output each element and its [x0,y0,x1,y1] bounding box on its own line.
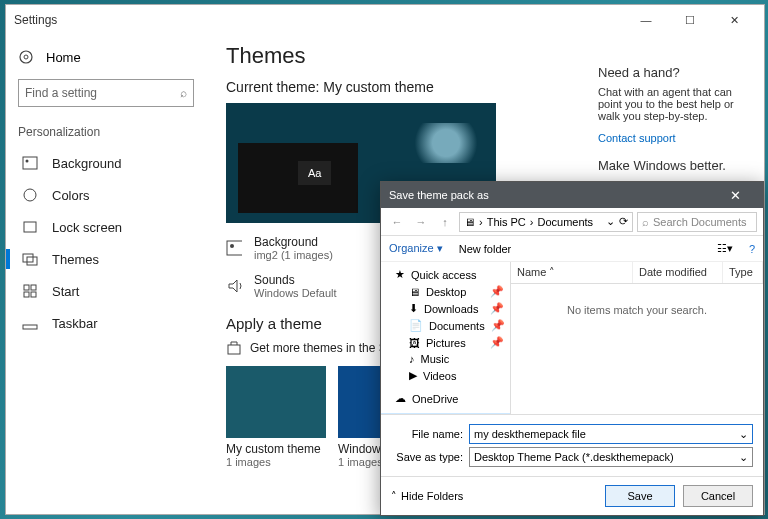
help-text: Chat with an agent that can point you to… [598,86,750,122]
svg-rect-15 [228,345,240,354]
image-icon [226,240,242,256]
crumb-thispc[interactable]: This PC [487,216,526,228]
view-options-button[interactable]: ☷▾ [717,242,733,255]
theme-thumbnail [226,366,326,438]
sidebar-item-background[interactable]: Background [18,147,194,179]
chevron-down-icon[interactable]: ⌄ [606,215,615,228]
sidebar-item-taskbar[interactable]: Taskbar [18,307,194,339]
svg-rect-5 [24,222,36,232]
sidebar-item-lockscreen[interactable]: Lock screen [18,211,194,243]
tree-quick-access[interactable]: ★Quick access [381,266,510,283]
section-label: Personalization [18,125,194,139]
star-icon: ★ [395,268,405,281]
dialog-nav: ← → ↑ 🖥 › This PC › Documents ⌄ ⟳ ⌕ Sear… [381,208,763,236]
dialog-close-button[interactable]: ✕ [715,182,755,208]
chevron-down-icon[interactable]: ⌄ [739,451,748,464]
savetype-label: Save as type: [391,451,463,463]
folder-icon: ▶ [409,369,417,382]
close-button[interactable]: ✕ [712,5,756,35]
contact-support-link[interactable]: Contact support [598,132,750,144]
refresh-icon[interactable]: ⟳ [619,215,628,228]
themes-icon [22,251,38,267]
svg-rect-7 [27,257,37,265]
folder-icon: 📄 [409,319,423,332]
sidebar-item-label: Taskbar [52,316,98,331]
help-icon[interactable]: ? [749,243,755,255]
theme-name: My custom theme [226,442,326,456]
tree-videos[interactable]: ▶Videos [381,367,510,384]
store-icon [226,340,242,356]
sort-icon: ˄ [549,266,555,278]
titlebar: Settings — ☐ ✕ [6,5,764,35]
tree-pictures[interactable]: 🖼Pictures📌 [381,334,510,351]
minimize-button[interactable]: — [624,5,668,35]
svg-rect-12 [23,325,37,329]
svg-rect-8 [24,285,29,290]
tree-downloads[interactable]: ⬇Downloads📌 [381,300,510,317]
folder-icon: 🖥 [409,286,420,298]
lock-icon [22,219,38,235]
tree-desktop[interactable]: 🖥Desktop📌 [381,283,510,300]
folder-icon: ⬇ [409,302,418,315]
new-folder-button[interactable]: New folder [459,243,512,255]
background-value: img2 (1 images) [254,249,333,261]
tree-music[interactable]: ♪Music [381,351,510,367]
gear-icon [18,49,34,65]
search-icon: ⌕ [180,86,187,100]
sounds-value: Windows Default [254,287,337,299]
folder-tree[interactable]: ★Quick access 🖥Desktop📌 ⬇Downloads📌 📄Doc… [381,262,511,414]
theme-tile-custom[interactable]: My custom theme 1 images [226,366,326,468]
empty-message: No items match your search. [511,284,763,414]
svg-point-3 [26,160,29,163]
svg-point-4 [24,189,36,201]
crumb-documents[interactable]: Documents [537,216,593,228]
svg-rect-6 [23,254,33,262]
svg-point-0 [20,51,32,63]
folder-icon: ♪ [409,353,415,365]
organize-menu[interactable]: Organize ▾ [389,242,443,255]
svg-rect-13 [227,241,242,255]
maximize-button[interactable]: ☐ [668,5,712,35]
up-button[interactable]: ↑ [435,216,455,228]
palette-icon [22,187,38,203]
sidebar-item-colors[interactable]: Colors [18,179,194,211]
dialog-search[interactable]: ⌕ Search Documents [637,212,757,232]
theme-count: 1 images [226,456,326,468]
text-sample: Aa [298,161,331,185]
svg-point-1 [24,55,28,59]
breadcrumb[interactable]: 🖥 › This PC › Documents ⌄ ⟳ [459,212,633,232]
dialog-toolbar: Organize ▾ New folder ☷▾ ? [381,236,763,262]
search-placeholder: Find a setting [25,86,180,100]
back-button[interactable]: ← [387,216,407,228]
svg-point-14 [230,244,234,248]
save-button[interactable]: Save [605,485,675,507]
tree-onedrive[interactable]: ☁OneDrive [381,390,510,407]
col-type[interactable]: Type [723,262,763,283]
taskbar-icon [22,315,38,331]
search-placeholder: Search Documents [653,216,747,228]
tree-documents[interactable]: 📄Documents📌 [381,317,510,334]
chevron-down-icon[interactable]: ⌄ [739,428,748,441]
sidebar-item-label: Start [52,284,79,299]
col-date[interactable]: Date modified [633,262,723,283]
col-name[interactable]: Name ˄ [511,262,633,283]
sounds-label: Sounds [254,273,337,287]
page-title: Themes [226,43,564,69]
search-input[interactable]: Find a setting ⌕ [18,79,194,107]
svg-rect-11 [31,292,36,297]
cancel-button[interactable]: Cancel [683,485,753,507]
savetype-select[interactable]: Desktop Theme Pack (*.deskthemepack)⌄ [469,447,753,467]
dialog-titlebar: Save theme pack as ✕ [381,182,763,208]
home-link[interactable]: Home [18,43,194,71]
filename-input[interactable]: my deskthemepack file⌄ [469,424,753,444]
hide-folders-button[interactable]: ˄Hide Folders [391,490,463,503]
sidebar-item-label: Background [52,156,121,171]
svg-rect-10 [24,292,29,297]
start-icon [22,283,38,299]
sidebar-item-themes[interactable]: Themes [18,243,194,275]
pin-icon: 📌 [490,336,504,349]
file-list: Name ˄ Date modified Type No items match… [511,262,763,414]
dialog-title: Save theme pack as [389,189,489,201]
forward-button[interactable]: → [411,216,431,228]
sidebar-item-start[interactable]: Start [18,275,194,307]
